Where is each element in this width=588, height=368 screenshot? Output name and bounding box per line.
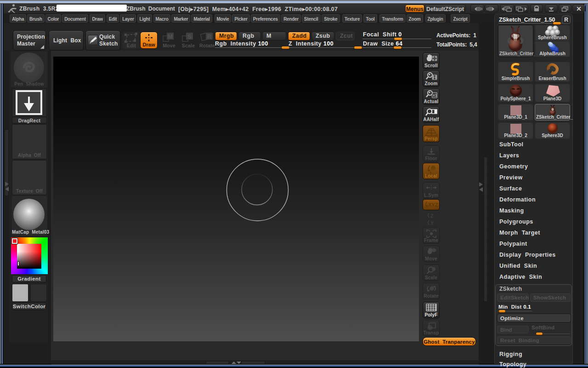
svg-text:XYZ: XYZ bbox=[428, 202, 438, 207]
svg-text:R: R bbox=[207, 33, 212, 40]
svg-text:Z: Z bbox=[430, 213, 434, 218]
svg-text:Y: Y bbox=[430, 220, 434, 226]
svg-text:M: M bbox=[168, 33, 173, 40]
svg-text:x1: x1 bbox=[433, 93, 437, 98]
svg-text:S: S bbox=[187, 33, 192, 40]
